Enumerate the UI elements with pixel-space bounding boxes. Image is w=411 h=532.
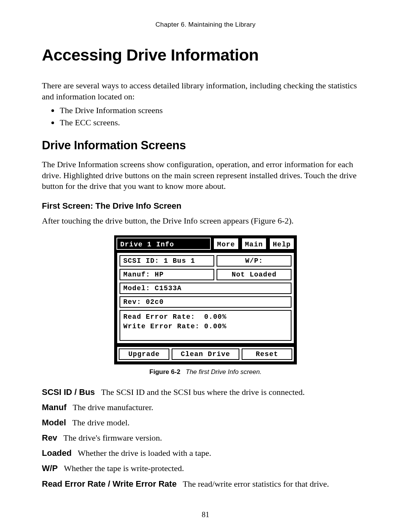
definition-desc: The read/write error statistics for that… xyxy=(183,479,329,489)
screen-body: SCSI ID: 1 Bus 1 W/P: Manuf: HP Not Load… xyxy=(116,252,295,344)
drive-info-screen: Drive 1 Info More Main Help SCSI ID: 1 B… xyxy=(114,235,297,364)
definition-term: SCSI ID / Bus xyxy=(42,387,95,397)
caption-label: Figure 6-2 xyxy=(150,368,180,375)
subsection-paragraph: After touching the drive button, the Dri… xyxy=(42,216,369,227)
list-item: The Drive Information screens xyxy=(59,104,369,117)
definition-desc: Whether the tape is write-protected. xyxy=(64,463,184,473)
definition-row: Loaded Whether the drive is loaded with … xyxy=(42,447,369,460)
error-rates-field: Read Error Rate: 0.00% Write Error Rate:… xyxy=(119,310,292,341)
definition-desc: The drive manufacturer. xyxy=(73,403,153,412)
subsection-heading: First Screen: The Drive Info Screen xyxy=(42,201,369,211)
page-number: 81 xyxy=(0,510,411,519)
figure: Drive 1 Info More Main Help SCSI ID: 1 B… xyxy=(42,235,369,376)
section-heading: Drive Information Screens xyxy=(42,139,369,152)
main-button[interactable]: Main xyxy=(241,238,267,250)
definition-term: Loaded xyxy=(42,448,72,458)
intro-bullet-list: The Drive Information screens The ECC sc… xyxy=(42,104,369,129)
screen-title: Drive 1 Info xyxy=(116,238,211,250)
more-button[interactable]: More xyxy=(213,238,239,250)
caption-text: The first Drive Info screen. xyxy=(186,368,261,375)
screen-bottom-buttons: Upgrade Clean Drive Reset xyxy=(116,346,295,362)
rev-field: Rev: 02c0 xyxy=(119,296,292,308)
help-button[interactable]: Help xyxy=(269,238,295,250)
definition-row: W/P Whether the tape is write-protected. xyxy=(42,462,369,475)
definition-list: SCSI ID / Bus The SCSI ID and the SCSI b… xyxy=(42,386,369,490)
definition-row: Rev The drive's firmware version. xyxy=(42,431,369,444)
definition-term: W/P xyxy=(42,463,58,473)
definition-row: Read Error Rate / Write Error Rate The r… xyxy=(42,478,369,490)
reset-button[interactable]: Reset xyxy=(242,348,292,360)
definition-desc: The SCSI ID and the SCSI bus where the d… xyxy=(101,387,304,397)
definition-desc: Whether the drive is loaded with a tape. xyxy=(78,448,211,458)
definition-desc: The drive's firmware version. xyxy=(63,433,162,443)
definition-term: Manuf xyxy=(42,403,67,412)
page: Chapter 6. Maintaining the Library Acces… xyxy=(0,0,411,532)
definition-desc: The drive model. xyxy=(72,418,130,427)
manufacturer-field: Manuf: HP xyxy=(119,269,214,280)
chapter-header: Chapter 6. Maintaining the Library xyxy=(42,21,369,29)
definition-row: Model The drive model. xyxy=(42,416,369,429)
definition-row: Manuf The drive manufacturer. xyxy=(42,401,369,414)
clean-drive-button[interactable]: Clean Drive xyxy=(172,348,239,360)
page-title: Accessing Drive Information xyxy=(42,46,369,64)
wp-field: W/P: xyxy=(217,255,292,267)
figure-caption: Figure 6-2 The first Drive Info screen. xyxy=(42,368,369,376)
scsi-id-field: SCSI ID: 1 Bus 1 xyxy=(119,255,214,267)
list-item: The ECC screens. xyxy=(59,117,369,129)
section-paragraph: The Drive Information screens show confi… xyxy=(42,159,369,192)
model-field: Model: C1533A xyxy=(119,283,292,294)
upgrade-button[interactable]: Upgrade xyxy=(119,348,169,360)
definition-term: Rev xyxy=(42,433,57,443)
intro-paragraph: There are several ways to access detaile… xyxy=(42,80,369,102)
load-status-field: Not Loaded xyxy=(217,269,292,280)
definition-term: Model xyxy=(42,418,66,427)
definition-term: Read Error Rate / Write Error Rate xyxy=(42,479,177,489)
definition-row: SCSI ID / Bus The SCSI ID and the SCSI b… xyxy=(42,386,369,399)
